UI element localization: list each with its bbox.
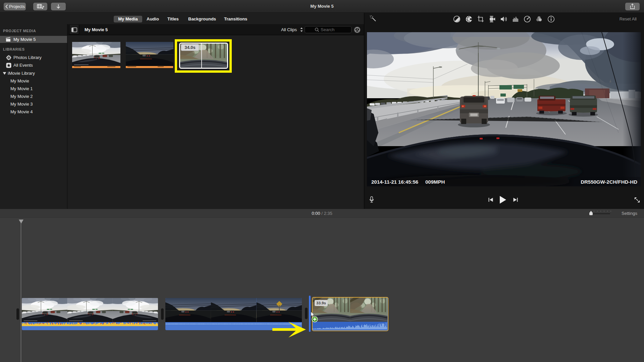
svg-text:DR550GW-2CH/FHD-HD: DR550GW-2CH/FHD-HD <box>581 179 637 185</box>
svg-text:2014-11-21 16:45:56 009MP: 2014-11-21 16:45:56 009MPH <box>371 179 445 185</box>
